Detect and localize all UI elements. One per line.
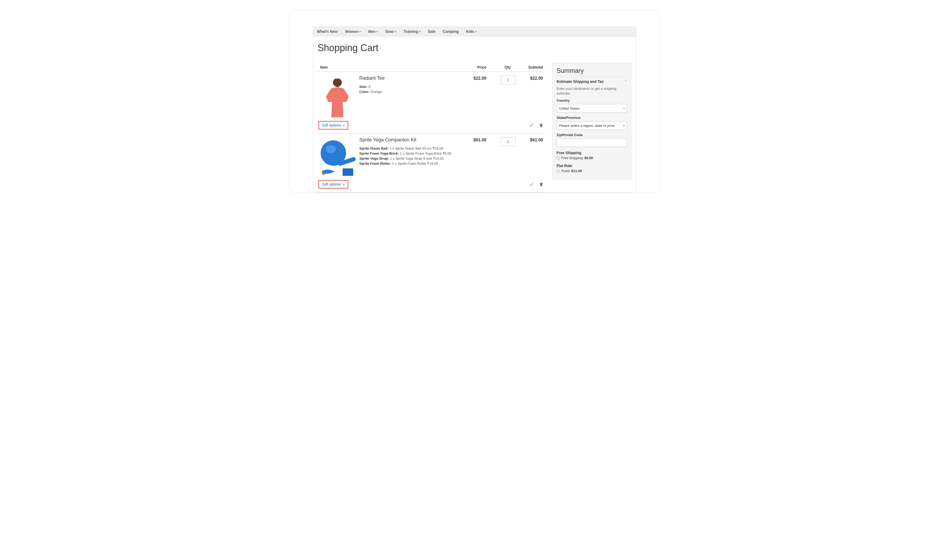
gift-options-toggle[interactable]: Gift options▾	[318, 180, 348, 189]
product-attribute: Sprite Foam Roller: 1 x Sprite Foam Roll…	[359, 162, 457, 166]
header-qty: Qty	[486, 65, 515, 69]
header-price: Price	[457, 65, 486, 69]
header-subtotal: Subtotal	[515, 65, 544, 69]
nav-label: Men	[368, 29, 375, 34]
content-row: Item Price Qty Subtotal Radiant TeeSize:…	[317, 63, 632, 192]
top-nav: What's NewWomen▾Men▾Gear▾Training▾SaleCa…	[313, 27, 636, 37]
chevron-down-icon: ▾	[395, 30, 396, 33]
chevron-down-icon: ▾	[623, 124, 624, 127]
state-label: State/Province	[557, 116, 627, 120]
qty-cell	[486, 75, 515, 118]
chevron-down-icon: ▾	[419, 30, 420, 33]
trash-icon[interactable]	[539, 182, 544, 187]
price-cell: $22.00	[457, 75, 486, 118]
estimate-title: Estimate Shipping and Tax	[557, 79, 604, 84]
page-body: Shopping Cart Item Price Qty Subtotal Ra…	[313, 37, 636, 192]
subtotal-cell: $22.00	[515, 75, 544, 118]
product-attribute: Color: Orange	[359, 90, 457, 94]
cart-row: Sprite Yoga Companion KitSprite Stasis B…	[317, 134, 544, 192]
product-attribute: Sprite Yoga Strap: 1 x Sprite Yoga Strap…	[359, 157, 457, 160]
product-info: Sprite Yoga Companion KitSprite Stasis B…	[357, 137, 457, 177]
chevron-down-icon: ▾	[475, 30, 477, 33]
price-cell: $61.00	[457, 137, 486, 177]
nav-item-what-s-new[interactable]: What's New	[317, 29, 338, 34]
nav-item-men[interactable]: Men▾	[368, 29, 378, 34]
product-attribute: Sprite Foam Yoga Brick: 1 x Sprite Foam …	[359, 151, 457, 155]
qty-cell	[486, 137, 515, 177]
product-info: Radiant TeeSize: SColor: Orange	[357, 75, 457, 118]
app-window: What's NewWomen▾Men▾Gear▾Training▾SaleCa…	[313, 26, 636, 193]
nav-item-women[interactable]: Women▾	[345, 29, 361, 34]
shipping-method-option[interactable]: Fixed $11.00	[557, 169, 627, 173]
chevron-down-icon: ▾	[343, 183, 345, 186]
shipping-option-price: $11.00	[571, 169, 582, 173]
edit-icon[interactable]	[529, 123, 534, 128]
estimate-description: Enter your destination to get a shipping…	[557, 86, 627, 96]
nav-item-sale[interactable]: Sale	[428, 29, 435, 34]
nav-item-training[interactable]: Training▾	[403, 29, 420, 34]
shipping-method-title: Free Shipping	[557, 151, 627, 155]
app-frame: What's NewWomen▾Men▾Gear▾Training▾SaleCa…	[289, 11, 660, 193]
nav-item-camping[interactable]: Camping	[443, 29, 459, 34]
zip-label: Zip/Postal Code	[557, 133, 627, 137]
gift-options-label: Gift options	[322, 123, 341, 127]
state-select[interactable]: Please select a region, state or provi ▾	[557, 121, 627, 130]
shipping-option-price: $0.00	[584, 156, 593, 160]
chevron-down-icon: ▾	[343, 124, 345, 127]
product-name[interactable]: Sprite Yoga Companion Kit	[359, 137, 457, 143]
product-image	[317, 137, 357, 177]
shipping-method-title: Flat Rate	[557, 164, 627, 168]
gift-options-label: Gift options	[322, 182, 341, 186]
shipping-method-option[interactable]: Free Shipping $0.00	[557, 156, 627, 160]
nav-label: Camping	[443, 29, 459, 34]
nav-item-kids[interactable]: Kids▾	[466, 29, 476, 34]
country-select[interactable]: United States ▾	[557, 104, 627, 112]
zip-input[interactable]	[557, 138, 627, 147]
summary-title: Summary	[557, 67, 627, 77]
edit-icon[interactable]	[529, 182, 534, 187]
zip-field: Zip/Postal Code	[557, 133, 627, 147]
country-field: Country United States ▾	[557, 98, 627, 112]
country-label: Country	[557, 98, 627, 103]
cart-row: Radiant TeeSize: SColor: Orange$22.00$22…	[317, 72, 544, 134]
qty-input[interactable]	[501, 75, 515, 85]
row-action-icons	[529, 182, 544, 187]
nav-label: Kids	[466, 29, 474, 34]
nav-label: Gear	[385, 29, 394, 34]
state-field: State/Province Please select a region, s…	[557, 116, 627, 130]
chevron-down-icon: ▾	[377, 30, 378, 33]
product-attribute: Size: S	[359, 85, 457, 89]
product-image	[317, 75, 357, 118]
gift-options-toggle[interactable]: Gift options▾	[318, 121, 348, 129]
chevron-up-icon: ⌃	[624, 80, 627, 83]
shipping-option-label: Fixed	[561, 169, 570, 173]
subtotal-cell: $61.00	[515, 137, 544, 177]
cart-table: Item Price Qty Subtotal Radiant TeeSize:…	[317, 63, 544, 192]
radio-icon	[557, 169, 560, 172]
cart-table-header: Item Price Qty Subtotal	[317, 63, 544, 72]
header-item: Item	[317, 65, 457, 69]
trash-icon[interactable]	[539, 123, 544, 128]
nav-label: Training	[403, 29, 418, 34]
chevron-down-icon: ▾	[359, 30, 361, 33]
product-attribute: Sprite Stasis Ball: 1 x Sprite Stasis Ba…	[359, 146, 457, 151]
nav-label: Sale	[428, 29, 435, 34]
nav-label: Women	[345, 29, 358, 34]
chevron-down-icon: ▾	[623, 107, 624, 110]
summary-panel: Summary Estimate Shipping and Tax ⌃ Ente…	[552, 63, 632, 180]
row-action-icons	[529, 123, 544, 128]
qty-input[interactable]	[501, 137, 515, 146]
shipping-method: Flat RateFixed $11.00	[557, 164, 627, 173]
shipping-method: Free ShippingFree Shipping $0.00	[557, 151, 627, 160]
radio-icon	[557, 157, 560, 160]
nav-label: What's New	[317, 29, 338, 34]
state-value: Please select a region, state or provi	[559, 124, 615, 128]
nav-item-gear[interactable]: Gear▾	[385, 29, 396, 34]
estimate-toggle[interactable]: Estimate Shipping and Tax ⌃	[557, 79, 627, 84]
shipping-option-label: Free Shipping	[561, 156, 583, 160]
country-value: United States	[559, 106, 580, 111]
product-name[interactable]: Radiant Tee	[359, 75, 457, 81]
page-title: Shopping Cart	[317, 42, 632, 54]
